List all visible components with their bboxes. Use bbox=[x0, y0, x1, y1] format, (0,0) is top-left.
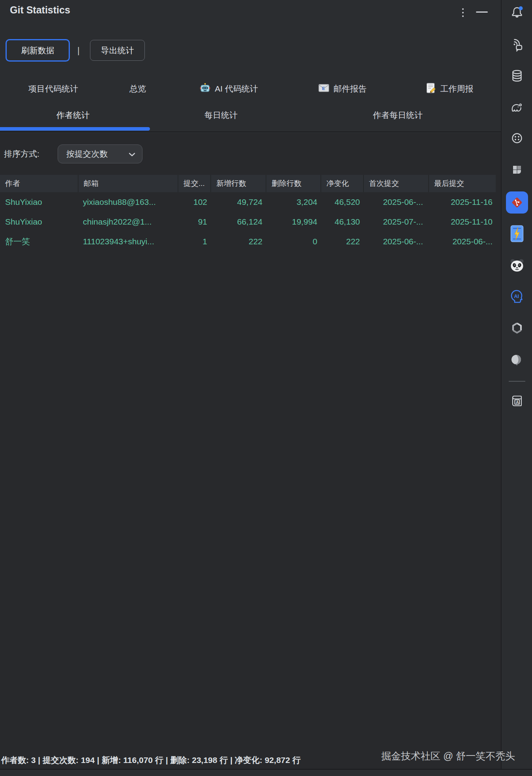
cell-deletions: 0 bbox=[266, 232, 320, 251]
sort-dropdown-value: 按提交次数 bbox=[66, 148, 108, 159]
col-header-first-commit[interactable]: 首次提交 bbox=[363, 175, 428, 192]
table-row[interactable]: ShuYixiao yixiaoshu88@163... 102 49,724 … bbox=[0, 192, 496, 212]
git-statistics-panel: Git Statistics 刷新数据 | 导出统计 项目代码统计 总览 bbox=[0, 0, 532, 776]
col-header-deletions[interactable]: 删除行数 bbox=[266, 175, 320, 192]
tab-author-stats[interactable]: 作者统计 bbox=[56, 110, 90, 121]
toolbar-separator: | bbox=[77, 39, 80, 62]
cell-additions: 66,124 bbox=[210, 212, 266, 232]
primary-tab-bar: 项目代码统计 总览 AI 代码统计 bbox=[0, 80, 501, 97]
sort-label: 排序方式: bbox=[4, 144, 39, 163]
bottom-strip bbox=[0, 770, 532, 776]
tab-bar-divider bbox=[0, 131, 501, 132]
svg-text:E: E bbox=[322, 86, 325, 91]
right-toolbar: AI A bbox=[502, 0, 532, 776]
lightning-card-icon[interactable] bbox=[510, 225, 524, 242]
memo-icon bbox=[427, 83, 436, 95]
cell-additions: 49,724 bbox=[210, 192, 266, 212]
tab-overview[interactable]: 总览 bbox=[129, 80, 146, 97]
tab-daily-stats[interactable]: 每日统计 bbox=[204, 110, 238, 121]
active-tab-underline bbox=[0, 127, 150, 131]
main-panel: Git Statistics 刷新数据 | 导出统计 项目代码统计 总览 bbox=[0, 0, 501, 776]
col-header-commits[interactable]: 提交... bbox=[178, 175, 210, 192]
tab-email-report[interactable]: E 邮件报告 bbox=[318, 80, 367, 97]
tab-project-code-stats[interactable]: 项目代码统计 bbox=[28, 80, 78, 97]
tab-ai-code-stats[interactable]: AI 代码统计 bbox=[200, 80, 258, 97]
page-title: Git Statistics bbox=[10, 4, 70, 16]
ai-assistant-icon[interactable]: AI bbox=[509, 288, 525, 304]
minimize-icon[interactable] bbox=[476, 11, 488, 13]
sort-dropdown[interactable]: 按提交次数 bbox=[58, 144, 142, 163]
cell-deletions: 3,204 bbox=[266, 192, 320, 212]
notification-bell-icon[interactable] bbox=[510, 5, 524, 19]
git-statistics-icon[interactable] bbox=[506, 191, 528, 214]
cell-author: ShuYixiao bbox=[0, 212, 78, 232]
export-stats-button[interactable]: 导出统计 bbox=[90, 40, 145, 61]
col-header-additions[interactable]: 新增行数 bbox=[210, 175, 266, 192]
chevron-down-icon bbox=[129, 149, 135, 159]
cell-first-commit: 2025-06-... bbox=[363, 192, 428, 212]
table-row[interactable]: ShuYixiao chinasjh2022@1... 91 66,124 19… bbox=[0, 212, 496, 232]
cell-net-change: 46,130 bbox=[320, 212, 363, 232]
cell-author: ShuYixiao bbox=[0, 192, 78, 212]
tab-label: 项目代码统计 bbox=[28, 83, 78, 94]
circle-dots-icon[interactable] bbox=[510, 131, 524, 145]
tab-weekly-report[interactable]: 工作周报 bbox=[427, 80, 474, 97]
sidebar-group-divider bbox=[509, 381, 525, 382]
cell-additions: 222 bbox=[210, 232, 266, 251]
tab-label: 总览 bbox=[129, 83, 146, 94]
table-row[interactable]: 舒一笑 111023943+shuyi... 1 222 0 222 2025-… bbox=[0, 232, 496, 251]
cell-net-change: 222 bbox=[320, 232, 363, 251]
knot-icon[interactable] bbox=[510, 321, 524, 335]
refresh-data-button[interactable]: 刷新数据 bbox=[6, 39, 70, 62]
cell-commits: 102 bbox=[178, 192, 210, 212]
panda-icon[interactable] bbox=[509, 259, 525, 272]
cell-last-commit: 2025-11-16 bbox=[428, 192, 496, 212]
tab-label: 邮件报告 bbox=[333, 83, 367, 94]
cell-first-commit: 2025-06-... bbox=[363, 232, 428, 251]
svg-text:A: A bbox=[516, 400, 519, 405]
gradle-elephant-icon[interactable] bbox=[510, 100, 525, 114]
dictionary-book-icon[interactable]: A bbox=[510, 394, 524, 408]
status-summary: 作者数: 3 | 提交次数: 194 | 新增: 116,070 行 | 删除:… bbox=[1, 755, 301, 766]
cell-email: chinasjh2022@1... bbox=[78, 212, 178, 232]
cell-commits: 1 bbox=[178, 232, 210, 251]
cell-net-change: 46,520 bbox=[320, 192, 363, 212]
cell-author: 舒一笑 bbox=[0, 232, 78, 251]
tab-author-daily-stats[interactable]: 作者每日统计 bbox=[373, 110, 423, 121]
cell-first-commit: 2025-07-... bbox=[363, 212, 428, 232]
col-header-email[interactable]: 邮箱 bbox=[78, 175, 178, 192]
database-icon[interactable] bbox=[510, 69, 524, 83]
robot-icon bbox=[200, 83, 210, 95]
tab-label: 工作周报 bbox=[440, 83, 474, 94]
cell-email: 111023943+shuyi... bbox=[78, 232, 178, 251]
col-header-last-commit[interactable]: 最后提交 bbox=[428, 175, 496, 192]
col-header-author[interactable]: 作者 bbox=[0, 175, 78, 192]
table-header-row: 作者 邮箱 提交... 新增行数 删除行数 净变化 首次提交 最后提交 bbox=[0, 175, 496, 192]
watermark: 掘金技术社区 @ 舒一笑不秃头 bbox=[381, 750, 530, 763]
cell-email: yixiaoshu88@163... bbox=[78, 192, 178, 212]
tab-label: AI 代码统计 bbox=[215, 83, 258, 94]
cell-commits: 91 bbox=[178, 212, 210, 232]
author-stats-table: 作者 邮箱 提交... 新增行数 删除行数 净变化 首次提交 最后提交 ShuY… bbox=[0, 175, 496, 251]
cell-deletions: 19,994 bbox=[266, 212, 320, 232]
screencast-chat-icon[interactable] bbox=[510, 37, 524, 52]
cylinder-icon[interactable] bbox=[510, 352, 524, 367]
cell-last-commit: 2025-06-... bbox=[428, 232, 496, 251]
kebab-menu-icon[interactable] bbox=[459, 5, 467, 20]
secondary-tab-bar: 作者统计 每日统计 作者每日统计 bbox=[0, 103, 501, 133]
email-icon: E bbox=[318, 84, 329, 94]
svg-text:AI: AI bbox=[514, 294, 519, 299]
cell-last-commit: 2025-11-10 bbox=[428, 212, 496, 232]
col-header-net-change[interactable]: 净变化 bbox=[320, 175, 363, 192]
plugin-tiles-icon[interactable] bbox=[510, 163, 524, 177]
